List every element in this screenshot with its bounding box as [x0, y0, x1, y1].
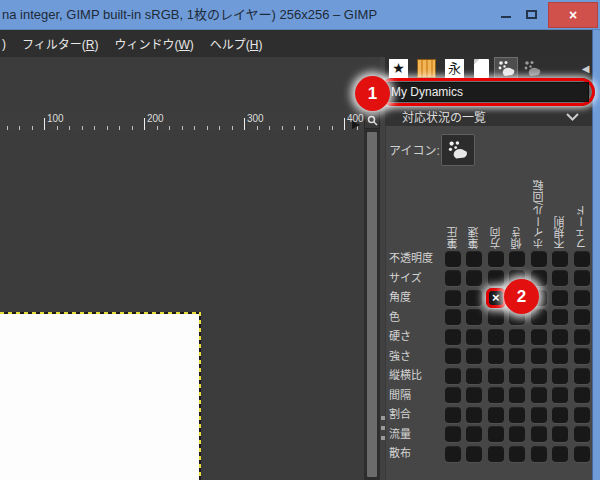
- matrix-checkbox[interactable]: [531, 446, 547, 462]
- matrix-checkbox[interactable]: [509, 348, 525, 364]
- tab-patterns[interactable]: [416, 59, 437, 78]
- matrix-cell-散布-筆速[interactable]: [464, 444, 486, 464]
- horizontal-ruler[interactable]: 100200300400: [0, 112, 364, 130]
- matrix-cell-割合-方向[interactable]: [485, 405, 507, 425]
- matrix-checkbox[interactable]: [531, 348, 547, 364]
- matrix-checkbox[interactable]: [574, 348, 590, 364]
- matrix-checkbox[interactable]: [552, 348, 568, 364]
- matrix-checkbox[interactable]: [466, 251, 482, 267]
- matrix-checkbox[interactable]: [531, 309, 547, 325]
- matrix-checkbox[interactable]: [509, 329, 525, 345]
- matrix-cell-強さ-傾き[interactable]: [507, 347, 529, 367]
- matrix-cell-割合-筆圧[interactable]: [442, 405, 464, 425]
- matrix-cell-硬さ-不規則[interactable]: [550, 327, 572, 347]
- matrix-checkbox[interactable]: [574, 251, 590, 267]
- matrix-checkbox[interactable]: [552, 407, 568, 423]
- matrix-cell-縦横比-傾き[interactable]: [507, 366, 529, 386]
- matrix-cell-流量-筆速[interactable]: [464, 425, 486, 445]
- matrix-checkbox[interactable]: [488, 329, 504, 345]
- matrix-cell-割合-傾き[interactable]: [507, 405, 529, 425]
- matrix-checkbox[interactable]: [445, 348, 461, 364]
- matrix-cell-流量-方向[interactable]: [485, 425, 507, 445]
- matrix-checkbox[interactable]: [509, 407, 525, 423]
- matrix-checkbox[interactable]: [488, 446, 504, 462]
- matrix-checkbox[interactable]: [509, 368, 525, 384]
- matrix-cell-不透明度-ホイール/回転[interactable]: [528, 249, 550, 269]
- matrix-checkbox[interactable]: [531, 329, 547, 345]
- matrix-checkbox[interactable]: [466, 368, 482, 384]
- canvas-area[interactable]: 100200300400: [0, 57, 364, 480]
- matrix-cell-散布-方向[interactable]: [485, 444, 507, 464]
- matrix-checkbox[interactable]: [531, 426, 547, 442]
- matrix-checkbox[interactable]: [552, 309, 568, 325]
- matrix-cell-割合-ホイール/回転[interactable]: [528, 405, 550, 425]
- matrix-cell-間隔-傾き[interactable]: [507, 386, 529, 406]
- matrix-checkbox[interactable]: [552, 368, 568, 384]
- matrix-cell-流量-傾き[interactable]: [507, 425, 529, 445]
- menu-item[interactable]: ウィンドウ(W): [114, 35, 193, 52]
- minimize-button[interactable]: [494, 2, 518, 26]
- matrix-cell-強さ-筆圧[interactable]: [442, 347, 464, 367]
- matrix-cell-縦横比-筆圧[interactable]: [442, 366, 464, 386]
- matrix-checkbox[interactable]: [552, 387, 568, 403]
- matrix-cell-不透明度-フェード[interactable]: [571, 249, 593, 269]
- close-button[interactable]: ×: [548, 2, 598, 28]
- matrix-cell-散布-ホイール/回転[interactable]: [528, 444, 550, 464]
- matrix-cell-サイズ-方向[interactable]: [485, 269, 507, 289]
- matrix-checkbox[interactable]: [509, 251, 525, 267]
- zoom-follow-window-button[interactable]: [364, 112, 380, 129]
- matrix-cell-間隔-ホイール/回転[interactable]: [528, 386, 550, 406]
- matrix-cell-間隔-方向[interactable]: [485, 386, 507, 406]
- matrix-checkbox[interactable]: [466, 329, 482, 345]
- matrix-checkbox[interactable]: [574, 329, 590, 345]
- tab-fonts[interactable]: 永: [444, 59, 465, 78]
- matrix-checkbox[interactable]: [445, 309, 461, 325]
- matrix-cell-割合-不規則[interactable]: [550, 405, 572, 425]
- matrix-checkbox[interactable]: [488, 309, 504, 325]
- matrix-checkbox[interactable]: [574, 270, 590, 286]
- matrix-checkbox[interactable]: [466, 270, 482, 286]
- matrix-checkbox[interactable]: [509, 446, 525, 462]
- matrix-checkbox[interactable]: [488, 348, 504, 364]
- matrix-checkbox[interactable]: [531, 387, 547, 403]
- matrix-cell-縦横比-不規則[interactable]: [550, 366, 572, 386]
- matrix-cell-強さ-方向[interactable]: [485, 347, 507, 367]
- menu-item[interactable]: フィルター(R): [22, 35, 98, 52]
- matrix-cell-硬さ-筆速[interactable]: [464, 327, 486, 347]
- matrix-checkbox[interactable]: [574, 407, 590, 423]
- matrix-checkbox[interactable]: [552, 426, 568, 442]
- matrix-cell-縦横比-方向[interactable]: [485, 366, 507, 386]
- image-canvas[interactable]: [0, 314, 199, 480]
- matrix-checkbox[interactable]: [445, 387, 461, 403]
- matrix-checkbox[interactable]: [488, 387, 504, 403]
- matrix-cell-割合-フェード[interactable]: [571, 405, 593, 425]
- matrix-cell-角度-筆速[interactable]: [464, 288, 486, 308]
- matrix-checkbox[interactable]: [445, 290, 461, 306]
- matrix-cell-強さ-不規則[interactable]: [550, 347, 572, 367]
- matrix-checkbox[interactable]: [552, 290, 568, 306]
- tab-tool-presets[interactable]: [522, 59, 543, 78]
- matrix-checkbox[interactable]: [488, 251, 504, 267]
- menu-item[interactable]: ): [2, 37, 6, 51]
- matrix-checkbox[interactable]: [466, 309, 482, 325]
- matrix-cell-不透明度-方向[interactable]: [485, 249, 507, 269]
- matrix-cell-不透明度-筆圧[interactable]: [442, 249, 464, 269]
- matrix-cell-色-フェード[interactable]: [571, 308, 593, 328]
- dynamics-name-input[interactable]: [385, 82, 589, 102]
- matrix-cell-角度-フェード[interactable]: [571, 288, 593, 308]
- matrix-checkbox[interactable]: [531, 407, 547, 423]
- matrix-checkbox[interactable]: [445, 329, 461, 345]
- matrix-cell-流量-ホイール/回転[interactable]: [528, 425, 550, 445]
- matrix-checkbox[interactable]: [445, 368, 461, 384]
- matrix-checkbox[interactable]: [574, 387, 590, 403]
- matrix-checkbox[interactable]: [488, 368, 504, 384]
- matrix-checkbox[interactable]: [466, 348, 482, 364]
- vertical-scrollbar[interactable]: [364, 129, 380, 480]
- matrix-cell-縦横比-筆速[interactable]: [464, 366, 486, 386]
- matrix-checkbox[interactable]: [574, 309, 590, 325]
- matrix-cell-サイズ-筆圧[interactable]: [442, 269, 464, 289]
- matrix-cell-流量-フェード[interactable]: [571, 425, 593, 445]
- matrix-cell-硬さ-傾き[interactable]: [507, 327, 529, 347]
- tab-brushes[interactable]: ★: [388, 59, 409, 78]
- tab-document-history[interactable]: [471, 59, 492, 78]
